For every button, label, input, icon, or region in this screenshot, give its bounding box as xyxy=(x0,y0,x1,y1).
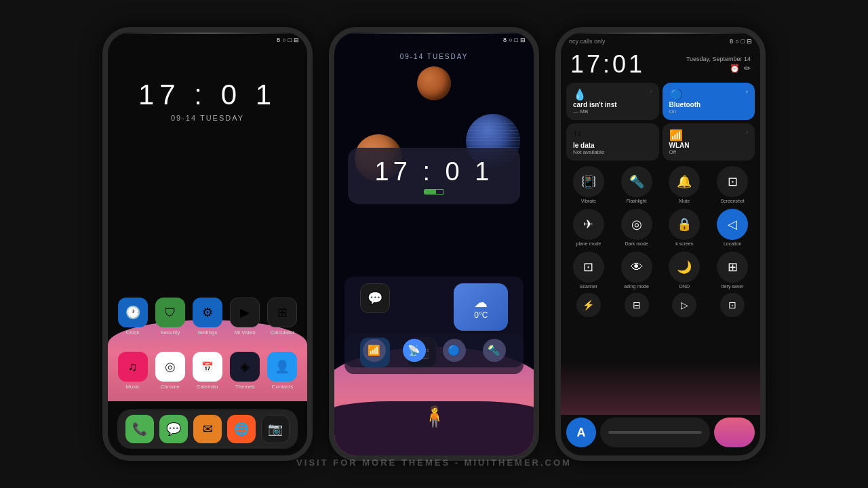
tile-card-sub: — MB xyxy=(573,108,652,115)
darkmode-btn[interactable]: ◎ xyxy=(621,209,652,240)
cc-flashlight: 🔦 Flashlight xyxy=(614,166,659,203)
user-avatar[interactable]: A xyxy=(566,418,596,447)
icon4-3-btn[interactable]: ▷ xyxy=(672,293,696,317)
battery-saver-btn[interactable]: ⊞ xyxy=(717,251,748,283)
phones-container: VISIT FOR MORE THEMES - MIUITHEMER.COM 8… xyxy=(0,0,868,488)
icon4-2-btn[interactable]: ⊟ xyxy=(625,293,649,317)
music-label: Music xyxy=(125,384,140,390)
app-contacts[interactable]: 👤 Contacts xyxy=(267,352,298,390)
themes-label: Themes xyxy=(235,384,255,390)
app-music[interactable]: ♫ Music xyxy=(117,352,148,390)
lock-wechat[interactable]: 💬 xyxy=(360,283,390,313)
lockscreen-btn[interactable]: 🔒 xyxy=(669,209,700,240)
location-label: Location xyxy=(724,241,741,246)
hotspot-toggle[interactable]: 📡 xyxy=(403,339,426,362)
scanner-btn[interactable]: ⊡ xyxy=(573,251,604,283)
volume-slider[interactable] xyxy=(714,418,755,447)
darkmode-label: Dark mode xyxy=(625,241,648,246)
dock-messages[interactable]: 💬 xyxy=(159,415,188,443)
app-chrome[interactable]: ◎ Chrome xyxy=(155,352,185,390)
app-security[interactable]: 🛡 Security xyxy=(155,298,185,336)
cc-screenshot: ⊡ Screenshot xyxy=(710,166,755,203)
cc-scanner: ⊡ Scanner xyxy=(566,251,611,289)
water-icon: 💧 xyxy=(573,88,587,101)
p2-battery-icon: ⊟ xyxy=(520,37,526,43)
dock-screenshot[interactable]: 📷 xyxy=(261,415,290,443)
bluetooth-icon: 🔵 xyxy=(669,88,683,101)
phone1-app-row1: 🕐 Clock 🛡 Security ⚙ Settings ▶ Mi Video… xyxy=(108,289,307,344)
bluetooth-toggle[interactable]: 🔵 xyxy=(443,339,466,362)
arrow-icon: › xyxy=(650,88,652,95)
cc-icon-grid1: 📳 Vibrate 🔦 Flashlight 🔔 Mute ⊡ Screensh… xyxy=(561,163,760,206)
dock-browser[interactable]: 🌐 xyxy=(227,415,256,443)
phone1-clock: 17 : 0 1 xyxy=(108,79,307,111)
screenshot-btn[interactable]: ⊡ xyxy=(717,166,748,197)
cc-vibrate: 📳 Vibrate xyxy=(566,166,611,203)
phone1-time-display: 17 : 0 1 09-14 TUESDAY xyxy=(108,79,307,122)
screenshot-label: Screenshot xyxy=(720,199,744,203)
app-calendar[interactable]: 📅 Calendar xyxy=(192,352,222,390)
cc-icon4-3: ▷ xyxy=(663,293,707,317)
app-clock[interactable]: 🕐 Clock xyxy=(117,298,148,336)
data-icon: □ xyxy=(288,37,292,43)
p2-battery: 8 xyxy=(503,37,507,43)
cc-tile-card[interactable]: 💧 › card isn't inst — MB xyxy=(566,83,659,120)
dock-chat[interactable]: ✉ xyxy=(193,415,222,443)
app-themes[interactable]: ◈ Themes xyxy=(230,352,260,390)
app-mivideo[interactable]: ▶ Mi Video xyxy=(230,298,260,336)
vibrate-btn[interactable]: 📳 xyxy=(573,166,604,197)
edit-icon[interactable]: ✏ xyxy=(744,64,751,73)
tile-card-info: card isn't inst — MB xyxy=(573,101,652,115)
p2-signal: ○ xyxy=(509,37,512,43)
icon4-4-btn[interactable]: ⊡ xyxy=(720,293,745,317)
cc-tile-bt-top: 🔵 › xyxy=(669,88,749,101)
signal-icon: ○ xyxy=(282,37,285,43)
cc-tile-data[interactable]: ↑↓ le data Not available xyxy=(566,123,659,161)
dock-phone[interactable]: 📞 xyxy=(125,415,154,443)
wifi-toggle[interactable]: 📶 xyxy=(363,339,386,362)
location-btn[interactable]: ◁ xyxy=(717,209,748,240)
cc-time-row: 17:01 Tuesday, September 14 ⏰ ✏ xyxy=(561,47,760,80)
cc-tile-wlan[interactable]: 📶 › WLAN Off xyxy=(663,123,755,161)
lock-time: 17 : 0 1 xyxy=(357,157,511,186)
vibrate-label: Vibrate xyxy=(581,199,596,203)
tile-wlan-info: WLAN Off xyxy=(669,142,749,155)
cc-tile-bluetooth[interactable]: 🔵 › Bluetooth On xyxy=(663,83,755,120)
chrome-icon: ◎ xyxy=(155,352,185,382)
phone1-app-row2: ♫ Music ◎ Chrome 📅 Calendar ◈ Themes 👤 C… xyxy=(108,344,307,398)
mivideo-icon: ▶ xyxy=(230,298,260,327)
cc-dnd: 🌙 DND xyxy=(663,251,707,289)
phone1: 8 ○ □ ⊟ 17 : 0 1 09-14 TUESDAY 🕐 Clock 🛡… xyxy=(102,27,313,461)
cc-reading: 👁 ading mode xyxy=(614,251,659,289)
reading-label: ading mode xyxy=(624,284,649,289)
cc-tiles: 💧 › card isn't inst — MB 🔵 › Bluetooth O… xyxy=(561,80,760,163)
cc-bottom-bar: A xyxy=(566,418,755,447)
mute-btn[interactable]: 🔔 xyxy=(669,166,700,197)
mivideo-label: Mi Video xyxy=(235,329,256,336)
icon4-1-btn[interactable]: ⚡ xyxy=(576,293,601,317)
alarm-icon[interactable]: ⏰ xyxy=(730,64,740,73)
security-icon: 🛡 xyxy=(155,298,185,327)
tile-data-name: le data xyxy=(573,142,652,149)
app-calculator[interactable]: ⊞ Calculator xyxy=(267,298,298,336)
brightness-slider[interactable] xyxy=(600,418,710,447)
flashlight-btn[interactable]: 🔦 xyxy=(621,166,652,197)
tile-wlan-name: WLAN xyxy=(669,142,749,149)
flashlight-toggle[interactable]: 🔦 xyxy=(483,339,506,362)
airplane-btn[interactable]: ✈ xyxy=(573,209,604,240)
app-settings[interactable]: ⚙ Settings xyxy=(192,298,222,336)
dnd-btn[interactable]: 🌙 xyxy=(669,251,700,283)
reading-btn[interactable]: 👁 xyxy=(621,251,652,283)
tile-data-info: le data Not available xyxy=(573,142,652,155)
cc-icon-grid3: ⊡ Scanner 👁 ading mode 🌙 DND ⊞ ttery sav… xyxy=(561,249,760,291)
character: 🧍 xyxy=(422,405,447,428)
spacer xyxy=(407,283,437,331)
lock-battery xyxy=(357,189,511,195)
cc-darkmode: ◎ Dark mode xyxy=(614,209,659,246)
cc-airplane: ✈ plane mode xyxy=(566,209,611,246)
wlan-arrow: › xyxy=(746,129,748,136)
cc-battery: 8 xyxy=(730,38,733,45)
tile-data-sub: Not available xyxy=(573,149,652,155)
cc-time: 17:01 xyxy=(570,50,645,79)
cc-icon4-1: ⚡ xyxy=(566,293,611,317)
